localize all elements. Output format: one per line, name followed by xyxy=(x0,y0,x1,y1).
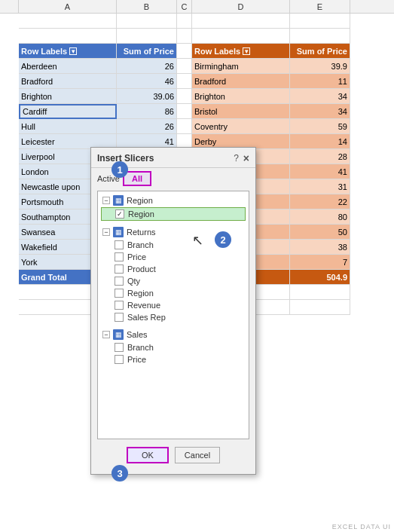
cell-a4[interactable]: Aberdeen xyxy=(19,59,117,74)
checkbox-returns-product[interactable] xyxy=(115,264,124,274)
dialog-title: Insert Slicers xyxy=(97,153,154,164)
header-row: Row Labels ▼ Sum of Price Row Labels ▼ S… xyxy=(19,44,394,59)
checkbox-returns-branch[interactable] xyxy=(115,240,124,249)
checkbox-sales-price[interactable] xyxy=(115,355,124,364)
cell-e3[interactable]: Sum of Price xyxy=(290,44,350,59)
cell-e18[interactable]: 504.9 xyxy=(290,270,350,285)
group-region-label: Region xyxy=(127,196,153,205)
left-header-label: Row Labels xyxy=(21,47,67,56)
cell-c5[interactable] xyxy=(177,74,192,89)
cell-e16[interactable]: 38 xyxy=(290,240,350,255)
cell-c8[interactable] xyxy=(177,119,192,134)
cell-e7[interactable]: 34 xyxy=(290,104,350,119)
checkbox-sales-branch[interactable] xyxy=(115,343,124,352)
item-label-returns-price: Price xyxy=(127,252,146,261)
list-item-returns-region[interactable]: Region xyxy=(101,287,246,299)
checkbox-region-region[interactable]: ✓ xyxy=(115,209,124,219)
cell-e15[interactable]: 50 xyxy=(290,225,350,240)
col-header-e: E xyxy=(290,0,350,13)
cell-e19[interactable] xyxy=(290,285,350,300)
cell-d4[interactable]: Birmingham xyxy=(192,59,290,74)
cell-e17[interactable]: 7 xyxy=(290,255,350,270)
cell-b8[interactable]: 26 xyxy=(117,119,177,134)
checkbox-returns-region[interactable] xyxy=(115,289,124,298)
dialog-close-button[interactable]: × xyxy=(243,152,249,164)
cell-e5[interactable]: 11 xyxy=(290,74,350,89)
cell-c1[interactable] xyxy=(177,14,192,29)
cell-b5[interactable]: 46 xyxy=(117,74,177,89)
list-item-returns-price[interactable]: Price xyxy=(101,251,246,263)
list-item-sales-price[interactable]: Price xyxy=(101,353,246,365)
group-region-collapse[interactable]: − xyxy=(102,197,110,204)
cell-b3[interactable]: Sum of Price xyxy=(117,44,177,59)
list-item-returns-product[interactable]: Product xyxy=(101,263,246,275)
cell-e11[interactable]: 41 xyxy=(290,164,350,179)
cell-b7[interactable]: 86 xyxy=(117,104,177,119)
dialog-footer: OK Cancel xyxy=(91,444,255,466)
item-label-returns-qty: Qty xyxy=(127,277,140,286)
cell-e8[interactable]: 59 xyxy=(290,119,350,134)
cell-e6[interactable]: 34 xyxy=(290,89,350,104)
cell-b2[interactable] xyxy=(117,29,177,44)
cell-d8[interactable]: Coventry xyxy=(192,119,290,134)
cell-c2[interactable] xyxy=(177,29,192,44)
group-region-header: − ▦ Region xyxy=(101,194,246,207)
list-item-returns-qty[interactable]: Qty xyxy=(101,275,246,287)
cell-d1[interactable] xyxy=(192,14,290,29)
group-sales: − ▦ Sales Branch Price xyxy=(98,326,249,368)
cell-a6[interactable]: Brighton xyxy=(19,89,117,104)
cell-c4[interactable] xyxy=(177,59,192,74)
checkbox-returns-price[interactable] xyxy=(115,252,124,261)
cell-b4[interactable]: 26 xyxy=(117,59,177,74)
checkbox-returns-revenue[interactable] xyxy=(115,301,124,310)
left-filter-icon[interactable]: ▼ xyxy=(69,47,77,55)
dialog-help-button[interactable]: ? xyxy=(234,153,239,164)
group-returns-collapse[interactable]: − xyxy=(102,228,110,236)
cell-e10[interactable]: 28 xyxy=(290,149,350,164)
ok-button[interactable]: OK xyxy=(127,447,169,463)
cell-d2[interactable] xyxy=(192,29,290,44)
cell-b6[interactable]: 39.06 xyxy=(117,89,177,104)
cell-d7[interactable]: Bristol xyxy=(192,104,290,119)
cell-e9[interactable]: 14 xyxy=(290,134,350,149)
cell-a1[interactable] xyxy=(19,14,117,29)
list-item-returns-salesrep[interactable]: Sales Rep xyxy=(101,311,246,323)
cell-c3[interactable] xyxy=(177,44,192,59)
row-1 xyxy=(19,14,394,29)
cancel-button[interactable]: Cancel xyxy=(175,447,220,463)
list-item-region-region[interactable]: ✓ Region xyxy=(101,207,246,221)
group-sales-collapse[interactable]: − xyxy=(102,331,110,338)
cell-a8[interactable]: Hull xyxy=(19,119,117,134)
row-6: Brighton 39.06 Brighton 34 xyxy=(19,89,394,104)
cell-e4[interactable]: 39.9 xyxy=(290,59,350,74)
cell-e13[interactable]: 22 xyxy=(290,194,350,209)
checkbox-returns-salesrep[interactable] xyxy=(115,313,124,322)
cell-c6[interactable] xyxy=(177,89,192,104)
cell-c7[interactable] xyxy=(177,104,192,119)
right-filter-icon[interactable]: ▼ xyxy=(243,47,250,55)
cell-a5[interactable]: Bradford xyxy=(19,74,117,89)
cell-e12[interactable]: 31 xyxy=(290,179,350,194)
cell-e2[interactable] xyxy=(290,29,350,44)
group-sales-icon: ▦ xyxy=(113,329,124,340)
cell-e1[interactable] xyxy=(290,14,350,29)
cell-e14[interactable]: 80 xyxy=(290,209,350,225)
group-returns-label: Returns xyxy=(127,228,156,237)
right-header-label: Row Labels xyxy=(194,47,240,56)
cell-e20[interactable] xyxy=(290,300,350,315)
dialog-item-list[interactable]: − ▦ Region ✓ Region − ▦ Returns Branch xyxy=(97,191,249,439)
cell-a2[interactable] xyxy=(19,29,117,44)
callout-3-label: 3 xyxy=(117,468,122,479)
cell-d6[interactable]: Brighton xyxy=(192,89,290,104)
callout-3: 3 xyxy=(111,465,128,482)
cell-b1[interactable] xyxy=(117,14,177,29)
cell-a7-cardiff[interactable]: Cardiff xyxy=(19,104,117,119)
list-item-returns-revenue[interactable]: Revenue xyxy=(101,299,246,311)
row-4: Aberdeen 26 Birmingham 39.9 xyxy=(19,59,394,74)
checkbox-returns-qty[interactable] xyxy=(115,277,124,286)
cell-d3[interactable]: Row Labels ▼ xyxy=(192,44,290,59)
list-item-sales-branch[interactable]: Branch xyxy=(101,341,246,353)
cell-d5[interactable]: Bradford xyxy=(192,74,290,89)
cell-a3[interactable]: Row Labels ▼ xyxy=(19,44,117,59)
row-7: Cardiff 86 Bristol 34 xyxy=(19,104,394,119)
